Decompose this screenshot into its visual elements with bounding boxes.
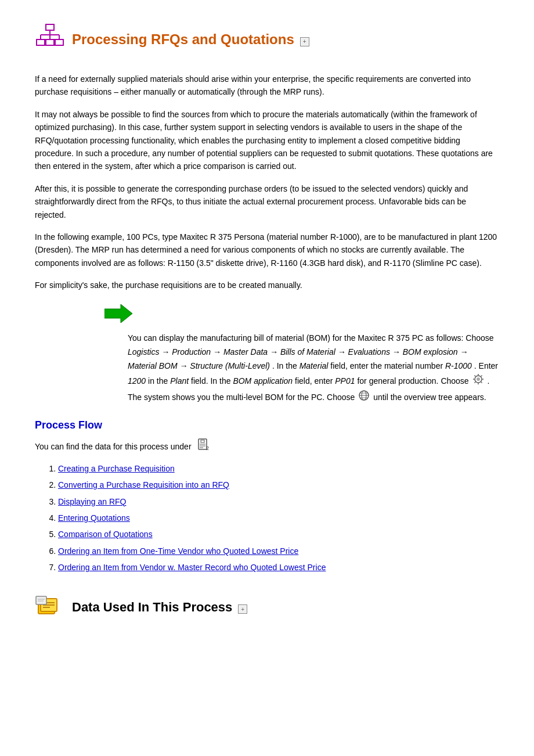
- paragraph-4: In the following example, 100 PCs, type …: [35, 231, 499, 269]
- right-arrow-icon: [104, 303, 132, 326]
- svg-rect-6: [55, 39, 63, 45]
- note-mid4: in the: [148, 376, 170, 385]
- data-file-icon: 2: [197, 438, 210, 455]
- svg-line-16: [474, 375, 475, 376]
- note-end: until the overview tree appears.: [373, 392, 486, 401]
- title-container: Processing RFQs and Quotations +: [72, 31, 309, 48]
- arrow-container: [104, 303, 499, 326]
- page-title: Processing RFQs and Quotations: [72, 31, 294, 47]
- svg-rect-36: [36, 596, 46, 604]
- list-item: Ordering an Item from Vendor w. Master R…: [58, 561, 499, 574]
- list-item: Entering Quotations: [58, 512, 499, 524]
- note-mid5: field. In the: [191, 376, 233, 385]
- note-mid2: field, enter the material number: [330, 361, 445, 370]
- list-link-7[interactable]: Ordering an Item from Vendor w. Master R…: [58, 563, 326, 572]
- list-item: Comparison of Quotations: [58, 528, 499, 541]
- list-item: Ordering an Item from One-Time Vendor wh…: [58, 545, 499, 557]
- svg-line-19: [474, 382, 475, 383]
- note-mid1: . In the: [272, 361, 300, 370]
- note-text-before: You can display the manufacturing bill o…: [128, 333, 494, 343]
- page-header: Processing RFQs and Quotations +: [35, 23, 499, 55]
- execute-icon[interactable]: [472, 373, 484, 390]
- expand-icon[interactable]: +: [300, 37, 309, 46]
- data-process-icon: [35, 592, 65, 624]
- list-item: Creating a Purchase Requisition: [58, 462, 499, 475]
- svg-rect-8: [46, 39, 54, 45]
- paragraph-1: If a need for externally supplied materi…: [35, 73, 499, 99]
- note-val3: PP01: [335, 376, 355, 385]
- paragraph-3: After this, it is possible to generate t…: [35, 182, 499, 221]
- list-item: Displaying an RFQ: [58, 495, 499, 508]
- bottom-section-header: Data Used In This Process +: [35, 592, 499, 624]
- svg-rect-26: [201, 440, 204, 442]
- svg-rect-5: [37, 39, 45, 45]
- process-flow-list: Creating a Purchase Requisition Converti…: [58, 462, 499, 574]
- list-link-6[interactable]: Ordering an Item from One-Time Vendor wh…: [58, 546, 298, 556]
- list-link-1[interactable]: Creating a Purchase Requisition: [58, 464, 175, 473]
- svg-point-11: [477, 377, 480, 381]
- list-link-5[interactable]: Comparison of Quotations: [58, 530, 153, 539]
- bottom-section-title: Data Used In This Process: [72, 600, 232, 614]
- svg-text:2: 2: [206, 445, 209, 451]
- list-link-2[interactable]: Converting a Purchase Requisition into a…: [58, 480, 229, 489]
- note-field3: BOM application: [233, 376, 293, 385]
- bottom-expand-icon[interactable]: +: [238, 604, 247, 614]
- paragraph-2: It may not always be possible to find th…: [35, 108, 499, 173]
- list-link-4[interactable]: Entering Quotations: [58, 513, 130, 523]
- note-val1: R-1000: [445, 361, 472, 370]
- list-item: Converting a Purchase Requisition into a…: [58, 478, 499, 491]
- note-field2: Plant: [170, 376, 189, 385]
- note-mid7: for general production. Choose: [357, 376, 471, 385]
- note-val2: 1200: [128, 376, 146, 385]
- svg-line-18: [481, 375, 482, 376]
- svg-line-17: [481, 382, 482, 383]
- svg-marker-9: [104, 304, 132, 323]
- note-mid6: field, enter: [295, 376, 335, 385]
- paragraph-5: For simplicity's sake, the purchase requ…: [35, 279, 499, 291]
- process-flow-heading: Process Flow: [35, 419, 499, 431]
- process-flow-intro: You can find the data for this process u…: [35, 438, 499, 455]
- svg-rect-0: [46, 24, 54, 30]
- org-chart-icon: [35, 23, 65, 55]
- list-link-3[interactable]: Displaying an RFQ: [58, 497, 127, 506]
- process-flow-intro-text: You can find the data for this process u…: [35, 440, 192, 453]
- note-mid3: . Enter: [474, 361, 498, 370]
- back-globe-icon[interactable]: [358, 390, 370, 406]
- bom-note: You can display the manufacturing bill o…: [128, 332, 499, 405]
- bottom-title-container: Data Used In This Process +: [72, 600, 247, 615]
- note-field1: Material: [300, 361, 329, 370]
